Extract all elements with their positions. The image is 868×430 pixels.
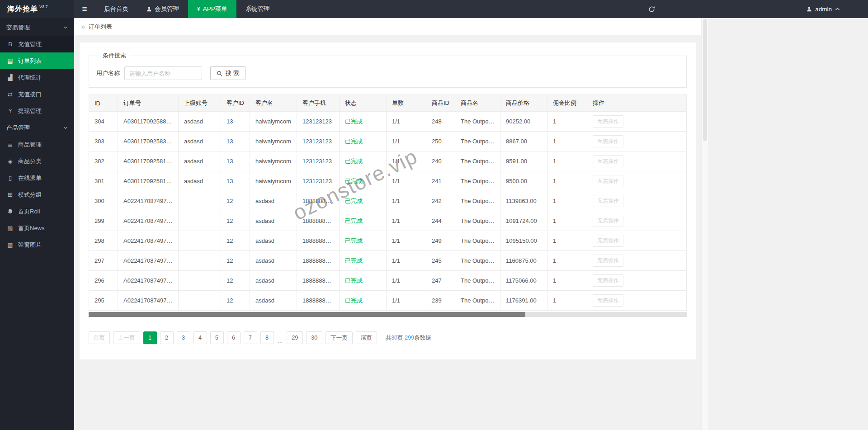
page-8-button[interactable]: 8 (260, 331, 274, 344)
cell-action: 无需操作 (587, 211, 687, 231)
cell-status: 已完成 (340, 251, 387, 271)
no-action-button: 无需操作 (593, 215, 623, 227)
phone-icon: ▯ (6, 175, 14, 181)
sidebar-item-online-dispatch[interactable]: ▯在线派单 (0, 170, 74, 186)
page-first-button[interactable]: 首页 (89, 331, 110, 344)
cell-count: 1/1 (387, 271, 426, 291)
nav-system[interactable]: 系统管理 (236, 0, 279, 18)
page-29-button[interactable]: 29 (287, 331, 303, 344)
sidebar-item-home-roll[interactable]: 首页Roll (0, 203, 74, 220)
column-header: 商品价格 (500, 95, 547, 112)
cell-status: 已完成 (340, 171, 387, 191)
sidebar-item-label: 在线派单 (18, 174, 42, 182)
horizontal-scrollbar[interactable] (89, 312, 687, 317)
no-action-button: 无需操作 (593, 255, 623, 267)
cell-action: 无需操作 (587, 231, 687, 251)
cell-order_no: A03011709258836615 (118, 112, 179, 132)
cell-commission: 1 (547, 291, 587, 311)
sidebar-item-order-list[interactable]: ▤订单列表 (0, 52, 74, 69)
no-action-button: 无需操作 (593, 175, 623, 187)
user-menu[interactable]: admin (807, 6, 868, 13)
cell-product_name: The Outpost ... (455, 132, 500, 151)
order-list-card: 条件搜索 用户名称 搜 索 ID订 (80, 43, 696, 359)
sidebar-item-label: 代理统计 (18, 74, 42, 82)
cell-product_name: The Outpost ... (455, 271, 500, 291)
sidebar-item-goods-management[interactable]: ≣商品管理 (0, 136, 74, 153)
horizontal-scrollbar-thumb[interactable] (89, 312, 525, 317)
table-row: 304A03011709258836615asdasd13haiwaiymcom… (89, 112, 687, 132)
refresh-icon[interactable] (648, 6, 655, 13)
cell-status: 已完成 (340, 112, 387, 132)
column-header: 佣金比例 (547, 95, 587, 112)
sidebar-item-recharge-api[interactable]: ⇄充值接口 (0, 86, 74, 103)
cell-order_no: A02241708749721398 (118, 211, 179, 231)
cell-product_id: 239 (426, 291, 455, 311)
table-row: 302A03011709258154228asdasd13haiwaiymcom… (89, 151, 687, 171)
cell-status: 已完成 (340, 271, 387, 291)
nav-members[interactable]: 会员管理 (137, 0, 188, 18)
cell-count: 1/1 (387, 211, 426, 231)
page-1-button[interactable]: 1 (143, 331, 157, 344)
cell-price: 1160875.00 (500, 251, 547, 271)
page-prev-button[interactable]: 上一页 (113, 331, 140, 344)
table-row: 297A0224170874971830512asdasd18888888888… (89, 251, 687, 271)
page-3-button[interactable]: 3 (177, 331, 190, 344)
page-30-button[interactable]: 30 (306, 331, 322, 344)
bar-chart-icon: ▟ (6, 74, 14, 81)
chevron-down-icon (63, 26, 68, 29)
cell-commission: 1 (547, 251, 587, 271)
cell-parent_account: asdasd (179, 112, 221, 132)
cell-count: 1/1 (387, 231, 426, 251)
cell-parent_account: asdasd (179, 132, 221, 151)
pagination: 首页上一页12345678...2930下一页尾页共30页 299条数据 (89, 331, 687, 344)
cell-id: 297 (89, 251, 118, 271)
cell-order_no: A02241708749717339 (118, 271, 179, 291)
sidebar-item-withdraw-management[interactable]: ¥提现管理 (0, 103, 74, 119)
news-icon: ▧ (6, 225, 14, 232)
table-row: 300A0224170874974966312asdasd18888888888… (89, 191, 687, 211)
page-4-button[interactable]: 4 (193, 331, 207, 344)
username-search-input[interactable] (124, 66, 202, 80)
sidebar-item-goods-category[interactable]: ◈商品分类 (0, 153, 74, 170)
vertical-scrollbar[interactable] (701, 18, 708, 430)
topbar: 海外抢单 V3.7 ≡ 后台首页会员管理¥APP菜单系统管理 admin (0, 0, 868, 18)
cell-customer_name: haiwaiymcom (250, 112, 297, 132)
sidebar-group-product-management[interactable]: 产品管理 (0, 119, 74, 136)
status-badge: 已完成 (345, 277, 363, 284)
sidebar-item-popup-image[interactable]: ▨弹窗图片 (0, 236, 74, 253)
page-5-button[interactable]: 5 (210, 331, 224, 344)
status-badge: 已完成 (345, 257, 363, 264)
cell-status: 已完成 (340, 191, 387, 211)
cell-id: 296 (89, 271, 118, 291)
sidebar-item-label: 首页News (18, 224, 45, 232)
page-7-button[interactable]: 7 (244, 331, 257, 344)
sidebar-group-trade-management[interactable]: 交易管理 (0, 19, 74, 36)
cell-product_id: 240 (426, 151, 455, 171)
page-last-button[interactable]: 尾页 (356, 331, 377, 344)
vertical-scrollbar-thumb[interactable] (703, 19, 707, 141)
sidebar-item-recharge-management[interactable]: Ƀ充值管理 (0, 36, 74, 52)
page-6-button[interactable]: 6 (227, 331, 241, 344)
page-next-button[interactable]: 下一页 (326, 331, 353, 344)
sidebar-item-home-news[interactable]: ▧首页News (0, 220, 74, 236)
cell-parent_account (179, 191, 221, 211)
cell-customer_id: 12 (221, 211, 250, 231)
cell-count: 1/1 (387, 112, 426, 132)
nav-app-menu[interactable]: ¥APP菜单 (188, 0, 236, 18)
menu-toggle-icon[interactable]: ≡ (74, 0, 95, 18)
orders-table: ID订单号上级账号客户ID客户名客户手机状态单数商品ID商品名商品价格佣金比例操… (89, 95, 687, 311)
search-button[interactable]: 搜 索 (210, 66, 245, 80)
app-version: V3.7 (39, 5, 48, 9)
table-row: 299A0224170874972139812asdasd18888888888… (89, 211, 687, 231)
sidebar-item-mode-group[interactable]: ⊞模式分组 (0, 186, 74, 203)
column-header: 单数 (387, 95, 426, 112)
cell-id: 304 (89, 112, 118, 132)
cell-commission: 1 (547, 211, 587, 231)
sidebar-item-agent-stats[interactable]: ▟代理统计 (0, 69, 74, 86)
page-2-button[interactable]: 2 (160, 331, 174, 344)
nav-home[interactable]: 后台首页 (95, 0, 137, 18)
sidebar-item-label: 提现管理 (18, 107, 42, 115)
cell-status: 已完成 (340, 211, 387, 231)
cell-commission: 1 (547, 191, 587, 211)
cell-count: 1/1 (387, 251, 426, 271)
